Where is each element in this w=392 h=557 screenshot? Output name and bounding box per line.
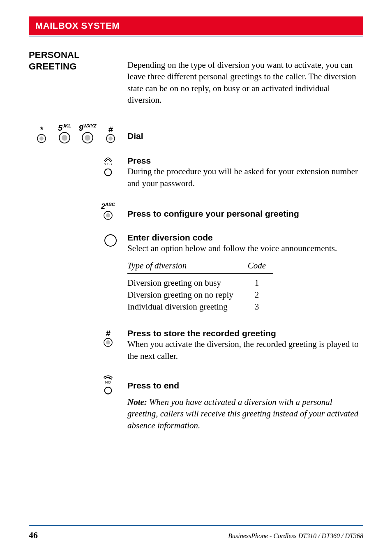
step-store-heading: Press to store the recorded greeting	[127, 328, 363, 338]
table-cell-label: Diversion greeting on busy	[127, 274, 241, 289]
key-star: *	[32, 125, 51, 143]
key-9-label: 9WXYZ	[79, 124, 97, 132]
handset-icon	[104, 157, 113, 162]
step-end-heading: Press to end	[127, 381, 363, 391]
table-cell-code: 2	[241, 288, 273, 300]
table-header-row: Type of diversion Code	[127, 260, 273, 274]
key-star-label: *	[40, 125, 43, 134]
key-hash-store: #	[99, 329, 118, 347]
note-prefix: Note:	[127, 397, 147, 407]
key-9-letters: WXYZ	[83, 124, 97, 129]
key-5: 5JKL	[55, 124, 74, 143]
key-2: 2ABC	[99, 202, 118, 220]
step-press-yes-heading: Press	[127, 156, 363, 166]
key-2-label: 2ABC	[101, 202, 115, 210]
key-button-icon	[37, 134, 46, 143]
svg-point-3	[62, 135, 67, 141]
page-number: 46	[29, 530, 38, 541]
step-enter-code-heading: Enter diversion code	[127, 233, 363, 243]
key-yes: YES	[99, 157, 118, 176]
table-cell-code: 1	[241, 274, 273, 289]
key-hash-store-label: #	[106, 329, 110, 337]
dial-keys: * 5JKL	[29, 123, 120, 143]
svg-point-11	[105, 235, 116, 246]
table-cell-label: Individual diversion greeting	[127, 300, 241, 312]
svg-point-13	[106, 340, 110, 344]
section-heading: PERSONAL GREETING	[29, 49, 127, 72]
step-dial-heading: Dial	[127, 131, 143, 141]
table-row: Diversion greeting on no reply 2	[127, 288, 273, 300]
key-button-icon	[59, 132, 70, 143]
key-no-label: NO	[105, 381, 111, 386]
key-button-icon	[103, 210, 113, 220]
header-title: MAILBOX SYSTEM	[35, 21, 120, 31]
table-row: Diversion greeting on busy 1	[127, 274, 273, 289]
key-hash-label: #	[108, 125, 113, 134]
step-enter-code-body: Select an option below and follow the vo…	[127, 243, 363, 254]
svg-point-10	[106, 213, 110, 217]
table-row: Individual diversion greeting 3	[127, 300, 273, 312]
table-header-type: Type of diversion	[127, 260, 241, 274]
step-store-body: When you activate the diversion, the rec…	[127, 338, 363, 362]
table-cell-code: 3	[241, 300, 273, 312]
header-rule	[29, 37, 363, 37]
key-button-icon	[104, 168, 112, 176]
section-heading-line1: PERSONAL	[29, 50, 80, 60]
footer-product: BusinessPhone - Cordless DT310 / DT360 /…	[228, 532, 363, 540]
svg-point-8	[105, 169, 112, 176]
section-heading-line2: GREETING	[29, 61, 77, 72]
key-5-label: 5JKL	[58, 124, 71, 132]
key-button-icon	[103, 337, 113, 347]
section-intro: Depending on the type of diversion you w…	[127, 49, 363, 106]
svg-point-1	[39, 136, 44, 141]
key-button-icon	[104, 386, 112, 395]
note: Note: When you have activated a diversio…	[127, 396, 363, 431]
svg-point-15	[105, 387, 112, 394]
diversion-table: Type of diversion Code Diversion greetin…	[127, 260, 273, 312]
header-bar: MAILBOX SYSTEM	[29, 16, 363, 35]
key-2-digit: 2	[101, 202, 105, 210]
key-button-icon	[82, 132, 93, 143]
key-9-digit: 9	[79, 123, 83, 132]
key-button-icon	[106, 134, 115, 143]
svg-point-7	[108, 136, 113, 141]
step-press-yes-body: During the procedure you will be asked f…	[127, 166, 363, 189]
handset-down-icon	[103, 375, 113, 381]
key-5-letters: JKL	[62, 124, 71, 129]
table-cell-label: Diversion greeting on no reply	[127, 288, 241, 300]
key-yes-label: YES	[104, 162, 112, 168]
key-no: NO	[99, 375, 118, 395]
table-header-code: Code	[241, 260, 273, 274]
note-body: When you have activated a diversion with…	[127, 397, 358, 430]
key-5-digit: 5	[58, 123, 62, 132]
circle-icon	[104, 233, 118, 247]
key-2-letters: ABC	[105, 202, 115, 207]
key-hash: #	[101, 125, 120, 143]
step-configure-heading: Press to configure your personal greetin…	[127, 209, 299, 218]
key-9: 9WXYZ	[78, 124, 97, 143]
svg-point-5	[85, 135, 90, 141]
footer: 46 BusinessPhone - Cordless DT310 / DT36…	[29, 525, 363, 541]
